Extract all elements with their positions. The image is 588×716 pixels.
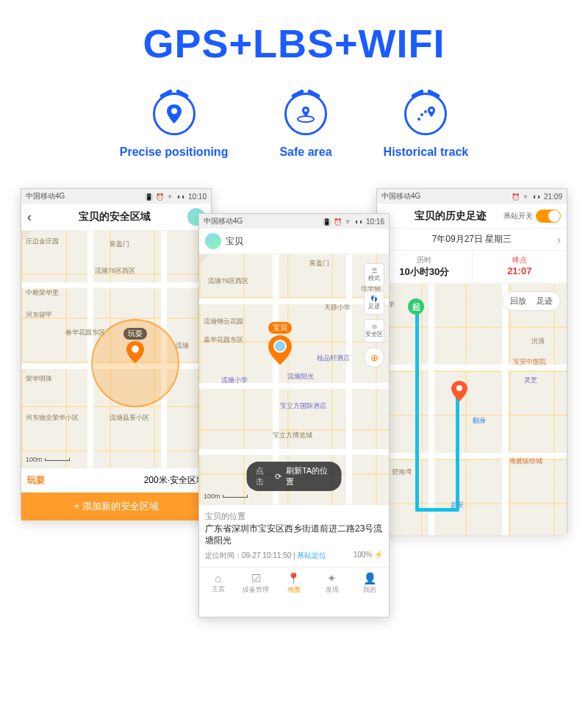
phone-positioning: 中国移动4G 📳 ⏰ ᯤ ▮▮ 10:16 宝贝 流塘76区西区 富盈门 天骄小… bbox=[198, 213, 390, 617]
phone-track: 中国移动4G ⏰ ᯤ ▮▮ 21:09 ‹ 宝贝的历史足迹 基站开关 ‹ 7年0… bbox=[376, 188, 567, 534]
current-pin[interactable]: 宝贝 bbox=[268, 335, 292, 365]
discover-icon: ✦ bbox=[313, 572, 351, 585]
footprint-button[interactable]: 足迹 bbox=[537, 296, 553, 307]
location-info: 宝贝的位置 广东省深圳市宝安区西乡街道前进二路23号流塘阳光 定位时间：09-2… bbox=[199, 504, 389, 567]
info-label: 宝贝的位置 bbox=[205, 511, 383, 522]
poi-label: 翻身 bbox=[473, 416, 486, 426]
locate-button[interactable]: ⊕ bbox=[364, 347, 384, 368]
user-icon: 👤 bbox=[351, 572, 389, 585]
toggle-label: 基站开关 bbox=[503, 211, 533, 221]
title-bar: ‹ 宝贝的历史足迹 基站开关 bbox=[377, 204, 567, 229]
poi-label: 富盈门 bbox=[110, 240, 129, 249]
zone-row[interactable]: 玩耍 200米·安全区域 bbox=[21, 468, 211, 493]
duration-row: 历时 10小时30分 终点 21:07 bbox=[377, 251, 567, 284]
svg-point-2 bbox=[417, 118, 420, 121]
replay-button[interactable]: 回放 bbox=[510, 296, 526, 307]
track-segment bbox=[415, 508, 459, 512]
map-tools: ☰模式 👣足迹 ◎安全区 ⊕ bbox=[364, 263, 384, 368]
poi-label: 流塘76区西区 bbox=[95, 266, 135, 276]
tab-me[interactable]: 👤我的 bbox=[351, 568, 389, 598]
feature-row: Precise positioning Safe area Historical… bbox=[0, 93, 588, 159]
poi-label: 流塘阳光 bbox=[287, 372, 314, 382]
poi-label: 中粮荣华里 bbox=[26, 288, 59, 298]
svg-point-5 bbox=[430, 109, 433, 112]
map-view[interactable]: 庄边金庄园 富盈门 流塘76区西区 中粮荣华里 河东骏甲 春华花园东区 流塘 荣… bbox=[21, 231, 211, 468]
tab-discover[interactable]: ✦发现 bbox=[313, 568, 351, 598]
svg-point-1 bbox=[304, 109, 307, 112]
feature-label: Safe area bbox=[279, 146, 331, 159]
avatar bbox=[205, 233, 221, 249]
poi-label: 河东骏甲 bbox=[26, 310, 52, 320]
device-icon: ☑ bbox=[237, 572, 276, 585]
refresh-location-button[interactable]: 点击 ⟳ 刷新TA的位置 bbox=[247, 462, 342, 491]
pin-label: 玩耍 bbox=[123, 328, 147, 340]
page-title: 宝贝的历史足迹 bbox=[398, 210, 503, 223]
zone-desc: 200米·安全区域 bbox=[144, 474, 205, 487]
clock: 10:10 bbox=[188, 193, 207, 201]
tab-map[interactable]: 📍地图 bbox=[275, 568, 313, 598]
bs-toggle[interactable] bbox=[536, 210, 561, 223]
svg-point-4 bbox=[424, 110, 427, 113]
date-selector[interactable]: ‹ 7年09月27日 星期三 › bbox=[377, 229, 567, 251]
status-icons: 📳 ⏰ ᯤ ▮▮ bbox=[145, 193, 187, 201]
carrier: 中国移动4G bbox=[204, 216, 243, 226]
map-view[interactable]: 流塘76区西区 富盈门 天骄小学 佳华领 流塘锦云花园 嘉华花园东区 流塘小学 … bbox=[199, 254, 389, 504]
feature-label: Historical track bbox=[384, 146, 469, 159]
track-icon bbox=[404, 93, 447, 135]
end-marker bbox=[451, 381, 467, 401]
safezone-button[interactable]: ◎安全区 bbox=[364, 319, 384, 343]
device-header[interactable]: 宝贝 bbox=[199, 229, 389, 254]
status-icons: ⏰ ᯤ ▮▮ bbox=[512, 193, 542, 201]
poi-label: 桂品轩酒店 bbox=[317, 354, 350, 363]
poi-label: 流塘荔景小区 bbox=[110, 413, 149, 423]
svg-point-9 bbox=[275, 341, 285, 351]
mode-button[interactable]: ☰模式 bbox=[364, 263, 384, 287]
safe-area-icon bbox=[284, 93, 327, 135]
map-view[interactable]: 小学 宝安中医院 灵芝 翻身 洪浪 碧海湾 新安 海雅缤纷城 起 回放 足迹 bbox=[377, 284, 567, 535]
hero-title: GPS+LBS+WIFI bbox=[0, 21, 588, 66]
tap-hint: 点击 bbox=[256, 465, 270, 487]
battery-level: 100% ⚡ bbox=[354, 551, 383, 561]
address: 广东省深圳市宝安区西乡街道前进二路23号流塘阳光 bbox=[205, 523, 383, 546]
start-marker: 起 bbox=[408, 298, 424, 315]
poi-label: 宝立方博览城 bbox=[273, 431, 312, 440]
feature-label: Precise positioning bbox=[120, 146, 229, 159]
poi-label: 天骄小学 bbox=[324, 303, 351, 312]
poi-label: 碧海湾 bbox=[392, 468, 412, 477]
svg-point-7 bbox=[456, 385, 462, 391]
status-bar: 中国移动4G ⏰ ᯤ ▮▮ 21:09 bbox=[377, 189, 567, 204]
poi-label: 流塘76区西区 bbox=[208, 276, 248, 286]
map-tiles bbox=[377, 284, 567, 535]
track-segment bbox=[456, 394, 459, 512]
poi-label: 流塘锦云花园 bbox=[204, 317, 243, 326]
clock: 21:09 bbox=[544, 193, 562, 201]
poi-label: 流塘小学 bbox=[221, 376, 248, 385]
map-icon: 📍 bbox=[275, 572, 313, 585]
tab-devices[interactable]: ☑设备管理 bbox=[237, 568, 276, 598]
poi-label: 庄边金庄园 bbox=[26, 237, 59, 246]
poi-label: 河东物业荣华小区 bbox=[26, 413, 79, 423]
geofence-pin[interactable]: 玩耍 bbox=[126, 341, 144, 363]
poi-label: 流塘 bbox=[176, 341, 189, 351]
device-name: 宝贝 bbox=[226, 235, 243, 248]
poi-label: 荣华明珠 bbox=[26, 374, 52, 384]
refresh-text: 刷新TA的位置 bbox=[286, 465, 333, 487]
back-button[interactable]: ‹ bbox=[27, 210, 42, 225]
zone-name: 玩耍 bbox=[27, 474, 45, 487]
carrier: 中国移动4G bbox=[26, 191, 65, 201]
svg-point-3 bbox=[420, 113, 423, 116]
poi-label: 洪浪 bbox=[531, 337, 545, 346]
status-bar: 中国移动4G 📳 ⏰ ᯤ ▮▮ 10:10 bbox=[21, 189, 211, 204]
map-scale: 100m bbox=[26, 456, 70, 463]
poi-label: 海雅缤纷城 bbox=[509, 457, 542, 466]
add-zone-button[interactable]: + 添加新的安全区域 bbox=[21, 493, 211, 520]
refresh-icon: ⟳ bbox=[275, 472, 282, 481]
tab-home[interactable]: ⌂主页 bbox=[199, 568, 237, 598]
next-day-icon[interactable]: › bbox=[557, 234, 561, 246]
footprint-button[interactable]: 👣足迹 bbox=[364, 291, 384, 315]
replay-control[interactable]: 回放 足迹 bbox=[502, 291, 561, 311]
carrier: 中国移动4G bbox=[381, 191, 420, 201]
status-bar: 中国移动4G 📳 ⏰ ᯤ ▮▮ 10:16 bbox=[199, 214, 389, 229]
title-bar: ‹ 宝贝的安全区域 bbox=[21, 204, 211, 231]
poi-label: 灵芝 bbox=[524, 376, 537, 385]
